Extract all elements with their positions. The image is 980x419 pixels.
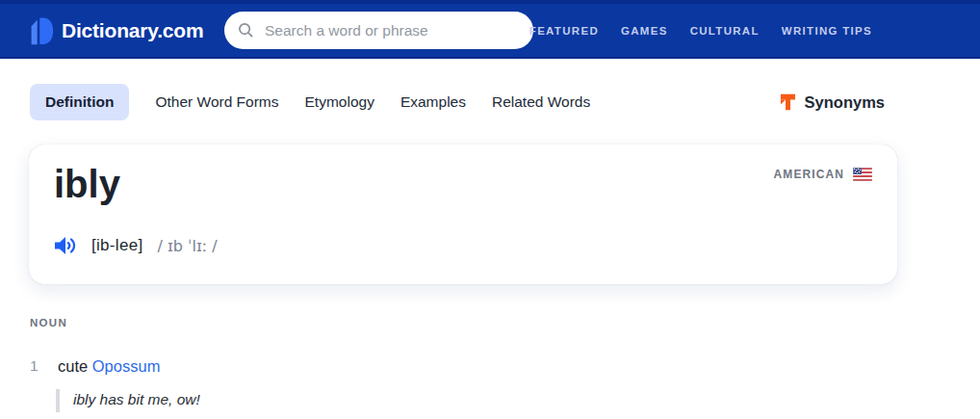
us-flag-icon: [853, 168, 872, 181]
search-box[interactable]: [224, 12, 533, 49]
dictionary-logo-icon: [29, 15, 54, 45]
ipa-pronunciation: / ɪb ˈlɪː /: [157, 237, 217, 255]
example-quote: ibly has bit me, ow!: [56, 389, 200, 412]
spelled-pronunciation: [ib-lee]: [91, 236, 142, 255]
definition-text: cute Opossum: [58, 357, 160, 376]
part-of-speech-label: NOUN: [30, 317, 67, 328]
tab-examples[interactable]: Examples: [400, 93, 466, 111]
nav-link-cultural[interactable]: CULTURAL: [690, 25, 760, 37]
nav-link-writing-tips[interactable]: WRITING TIPS: [782, 25, 872, 37]
top-navbar: Dictionary.com FEATURED GAMES CULTURAL W…: [0, 0, 980, 59]
pronunciation-row: [ib-lee] / ɪb ˈlɪː /: [54, 235, 218, 256]
headword: ibly: [54, 162, 120, 206]
audio-pronunciation-button[interactable]: [54, 235, 77, 256]
definition-entry: 1 cute Opossum: [30, 357, 160, 376]
tab-etymology[interactable]: Etymology: [305, 93, 374, 111]
nav-link-featured[interactable]: FEATURED: [529, 25, 599, 37]
nav-link-games[interactable]: GAMES: [621, 25, 668, 37]
definition-number: 1: [30, 357, 58, 376]
definition-prefix: cute: [58, 357, 88, 375]
synonyms-label: Synonyms: [805, 93, 885, 112]
definition-link-opossum[interactable]: Opossum: [92, 357, 161, 375]
region-selector[interactable]: AMERICAN: [774, 168, 872, 181]
entry-tab-bar: Definition Other Word Forms Etymology Ex…: [30, 83, 590, 121]
tab-related-words[interactable]: Related Words: [492, 93, 590, 111]
navbar-links: FEATURED GAMES CULTURAL WRITING TIPS: [529, 4, 872, 57]
thesaurus-t-icon: [779, 92, 797, 112]
dictionary-logo[interactable]: Dictionary.com: [29, 4, 203, 57]
search-icon: [238, 22, 254, 39]
dictionary-logo-text: Dictionary.com: [62, 19, 203, 42]
tab-other-word-forms[interactable]: Other Word Forms: [155, 93, 278, 111]
tab-definition[interactable]: Definition: [30, 84, 129, 120]
search-input[interactable]: [263, 21, 523, 40]
region-label: AMERICAN: [774, 168, 844, 181]
word-card: AMERICAN ibly: [29, 144, 897, 284]
synonyms-link[interactable]: Synonyms: [779, 83, 885, 121]
